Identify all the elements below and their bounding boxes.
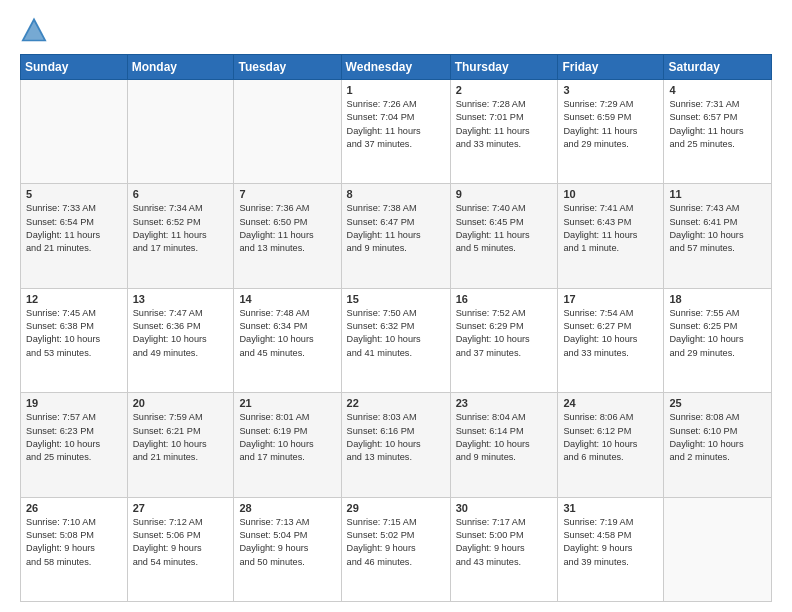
calendar-cell: 14Sunrise: 7:48 AMSunset: 6:34 PMDayligh…: [234, 288, 341, 392]
calendar-cell: 25Sunrise: 8:08 AMSunset: 6:10 PMDayligh…: [664, 393, 772, 497]
day-number: 23: [456, 397, 553, 409]
calendar-cell: 20Sunrise: 7:59 AMSunset: 6:21 PMDayligh…: [127, 393, 234, 497]
day-info: Sunrise: 8:03 AMSunset: 6:16 PMDaylight:…: [347, 411, 445, 464]
calendar-cell: 28Sunrise: 7:13 AMSunset: 5:04 PMDayligh…: [234, 497, 341, 601]
calendar-cell: 3Sunrise: 7:29 AMSunset: 6:59 PMDaylight…: [558, 80, 664, 184]
calendar-cell: 17Sunrise: 7:54 AMSunset: 6:27 PMDayligh…: [558, 288, 664, 392]
calendar-cell: 23Sunrise: 8:04 AMSunset: 6:14 PMDayligh…: [450, 393, 558, 497]
day-info: Sunrise: 7:47 AMSunset: 6:36 PMDaylight:…: [133, 307, 229, 360]
day-info: Sunrise: 7:13 AMSunset: 5:04 PMDaylight:…: [239, 516, 335, 569]
day-info: Sunrise: 7:10 AMSunset: 5:08 PMDaylight:…: [26, 516, 122, 569]
calendar-cell: 16Sunrise: 7:52 AMSunset: 6:29 PMDayligh…: [450, 288, 558, 392]
day-info: Sunrise: 7:54 AMSunset: 6:27 PMDaylight:…: [563, 307, 658, 360]
day-number: 29: [347, 502, 445, 514]
day-of-week-header: Thursday: [450, 55, 558, 80]
calendar-week-row: 19Sunrise: 7:57 AMSunset: 6:23 PMDayligh…: [21, 393, 772, 497]
day-info: Sunrise: 7:19 AMSunset: 4:58 PMDaylight:…: [563, 516, 658, 569]
day-of-week-header: Sunday: [21, 55, 128, 80]
logo: [20, 16, 52, 44]
calendar-cell: 29Sunrise: 7:15 AMSunset: 5:02 PMDayligh…: [341, 497, 450, 601]
day-number: 18: [669, 293, 766, 305]
day-info: Sunrise: 7:15 AMSunset: 5:02 PMDaylight:…: [347, 516, 445, 569]
calendar-cell: 19Sunrise: 7:57 AMSunset: 6:23 PMDayligh…: [21, 393, 128, 497]
day-info: Sunrise: 7:34 AMSunset: 6:52 PMDaylight:…: [133, 202, 229, 255]
day-number: 21: [239, 397, 335, 409]
calendar-cell: 8Sunrise: 7:38 AMSunset: 6:47 PMDaylight…: [341, 184, 450, 288]
day-of-week-header: Friday: [558, 55, 664, 80]
calendar-cell: 18Sunrise: 7:55 AMSunset: 6:25 PMDayligh…: [664, 288, 772, 392]
day-info: Sunrise: 8:04 AMSunset: 6:14 PMDaylight:…: [456, 411, 553, 464]
day-number: 27: [133, 502, 229, 514]
day-number: 24: [563, 397, 658, 409]
logo-icon: [20, 16, 48, 44]
calendar-cell: 21Sunrise: 8:01 AMSunset: 6:19 PMDayligh…: [234, 393, 341, 497]
calendar-week-row: 5Sunrise: 7:33 AMSunset: 6:54 PMDaylight…: [21, 184, 772, 288]
day-info: Sunrise: 7:52 AMSunset: 6:29 PMDaylight:…: [456, 307, 553, 360]
calendar-cell: 6Sunrise: 7:34 AMSunset: 6:52 PMDaylight…: [127, 184, 234, 288]
calendar-cell: 2Sunrise: 7:28 AMSunset: 7:01 PMDaylight…: [450, 80, 558, 184]
calendar-cell: 5Sunrise: 7:33 AMSunset: 6:54 PMDaylight…: [21, 184, 128, 288]
day-of-week-header: Tuesday: [234, 55, 341, 80]
day-info: Sunrise: 7:59 AMSunset: 6:21 PMDaylight:…: [133, 411, 229, 464]
calendar-cell: 30Sunrise: 7:17 AMSunset: 5:00 PMDayligh…: [450, 497, 558, 601]
calendar-cell: [234, 80, 341, 184]
day-of-week-header: Monday: [127, 55, 234, 80]
day-number: 17: [563, 293, 658, 305]
day-info: Sunrise: 7:55 AMSunset: 6:25 PMDaylight:…: [669, 307, 766, 360]
calendar-cell: 31Sunrise: 7:19 AMSunset: 4:58 PMDayligh…: [558, 497, 664, 601]
day-info: Sunrise: 8:06 AMSunset: 6:12 PMDaylight:…: [563, 411, 658, 464]
day-number: 25: [669, 397, 766, 409]
day-number: 14: [239, 293, 335, 305]
day-info: Sunrise: 7:41 AMSunset: 6:43 PMDaylight:…: [563, 202, 658, 255]
day-number: 30: [456, 502, 553, 514]
calendar-week-row: 26Sunrise: 7:10 AMSunset: 5:08 PMDayligh…: [21, 497, 772, 601]
day-number: 2: [456, 84, 553, 96]
day-info: Sunrise: 7:29 AMSunset: 6:59 PMDaylight:…: [563, 98, 658, 151]
calendar-cell: 24Sunrise: 8:06 AMSunset: 6:12 PMDayligh…: [558, 393, 664, 497]
day-number: 31: [563, 502, 658, 514]
calendar-cell: 9Sunrise: 7:40 AMSunset: 6:45 PMDaylight…: [450, 184, 558, 288]
day-info: Sunrise: 8:08 AMSunset: 6:10 PMDaylight:…: [669, 411, 766, 464]
day-info: Sunrise: 7:43 AMSunset: 6:41 PMDaylight:…: [669, 202, 766, 255]
calendar-cell: [21, 80, 128, 184]
calendar-cell: 4Sunrise: 7:31 AMSunset: 6:57 PMDaylight…: [664, 80, 772, 184]
calendar-cell: 22Sunrise: 8:03 AMSunset: 6:16 PMDayligh…: [341, 393, 450, 497]
day-number: 5: [26, 188, 122, 200]
header: [20, 16, 772, 44]
day-number: 8: [347, 188, 445, 200]
day-number: 20: [133, 397, 229, 409]
day-info: Sunrise: 7:33 AMSunset: 6:54 PMDaylight:…: [26, 202, 122, 255]
day-info: Sunrise: 7:50 AMSunset: 6:32 PMDaylight:…: [347, 307, 445, 360]
day-number: 6: [133, 188, 229, 200]
day-info: Sunrise: 7:48 AMSunset: 6:34 PMDaylight:…: [239, 307, 335, 360]
day-number: 28: [239, 502, 335, 514]
calendar-cell: 27Sunrise: 7:12 AMSunset: 5:06 PMDayligh…: [127, 497, 234, 601]
day-number: 22: [347, 397, 445, 409]
calendar: SundayMondayTuesdayWednesdayThursdayFrid…: [20, 54, 772, 602]
calendar-cell: 26Sunrise: 7:10 AMSunset: 5:08 PMDayligh…: [21, 497, 128, 601]
day-info: Sunrise: 7:12 AMSunset: 5:06 PMDaylight:…: [133, 516, 229, 569]
day-number: 15: [347, 293, 445, 305]
calendar-week-row: 12Sunrise: 7:45 AMSunset: 6:38 PMDayligh…: [21, 288, 772, 392]
day-number: 26: [26, 502, 122, 514]
day-info: Sunrise: 7:28 AMSunset: 7:01 PMDaylight:…: [456, 98, 553, 151]
day-info: Sunrise: 7:57 AMSunset: 6:23 PMDaylight:…: [26, 411, 122, 464]
day-info: Sunrise: 7:45 AMSunset: 6:38 PMDaylight:…: [26, 307, 122, 360]
day-info: Sunrise: 7:17 AMSunset: 5:00 PMDaylight:…: [456, 516, 553, 569]
calendar-cell: [664, 497, 772, 601]
day-number: 19: [26, 397, 122, 409]
day-info: Sunrise: 8:01 AMSunset: 6:19 PMDaylight:…: [239, 411, 335, 464]
day-number: 9: [456, 188, 553, 200]
calendar-cell: 15Sunrise: 7:50 AMSunset: 6:32 PMDayligh…: [341, 288, 450, 392]
day-number: 3: [563, 84, 658, 96]
day-number: 7: [239, 188, 335, 200]
day-of-week-header: Wednesday: [341, 55, 450, 80]
day-number: 11: [669, 188, 766, 200]
calendar-cell: 11Sunrise: 7:43 AMSunset: 6:41 PMDayligh…: [664, 184, 772, 288]
calendar-cell: 7Sunrise: 7:36 AMSunset: 6:50 PMDaylight…: [234, 184, 341, 288]
day-info: Sunrise: 7:26 AMSunset: 7:04 PMDaylight:…: [347, 98, 445, 151]
calendar-cell: 12Sunrise: 7:45 AMSunset: 6:38 PMDayligh…: [21, 288, 128, 392]
day-number: 4: [669, 84, 766, 96]
page: SundayMondayTuesdayWednesdayThursdayFrid…: [0, 0, 792, 612]
day-number: 16: [456, 293, 553, 305]
